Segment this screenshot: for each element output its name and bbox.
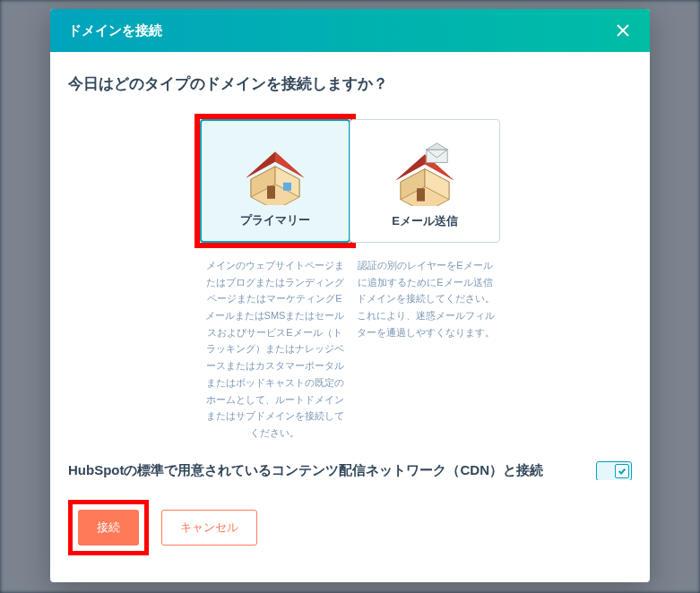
domain-type-cards: プライマリー メインのウェブサイトページまたはブログまたはランディングページまた… [68,114,632,442]
cdn-title: HubSpotの標準で用意されているコンテンツ配信ネットワーク（CDN）と接続 [68,462,543,479]
check-icon [615,464,629,478]
card-email-desc: 認証の別のレイヤーをEメールに追加するためにEメール送信ドメインを接続してくださ… [350,248,501,340]
svg-rect-9 [283,183,291,191]
highlight-connect-button: 接続 [68,500,149,555]
card-email-label: Eメール送信 [392,213,458,229]
close-icon[interactable] [614,21,632,39]
svg-marker-17 [427,143,447,150]
cdn-row: HubSpotの標準で用意されているコンテンツ配信ネットワーク（CDN）と接続 [68,461,632,480]
card-column-primary: プライマリー メインのウェブサイトページまたはブログまたはランディングページまた… [200,114,350,442]
domain-type-question: 今日はどのタイプのドメインを接続しますか？ [68,73,632,94]
card-email-sending[interactable]: Eメール送信 [350,119,500,243]
card-primary-label: プライマリー [240,212,310,228]
connect-domain-modal: ドメインを接続 今日はどのタイプのドメインを接続しますか？ [50,9,650,582]
svg-rect-8 [267,185,275,198]
card-primary[interactable]: プライマリー [200,119,350,243]
modal-footer: 接続 キャンセル [50,480,650,582]
house-icon [235,141,315,205]
modal-header: ドメインを接続 [50,9,650,52]
highlight-primary-card: プライマリー [194,114,356,248]
svg-rect-18 [417,188,425,201]
card-column-email: Eメール送信 認証の別のレイヤーをEメールに追加するためにEメール送信ドメインを… [350,114,501,442]
connect-button[interactable]: 接続 [78,510,139,546]
modal-body: 今日はどのタイプのドメインを接続しますか？ [50,52,650,480]
cdn-section: HubSpotの標準で用意されているコンテンツ配信ネットワーク（CDN）と接続 … [68,449,632,480]
button-row: 接続 キャンセル [68,500,632,555]
card-primary-desc: メインのウェブサイトページまたはブログまたはランディングページまたはマーケティン… [200,248,350,442]
cancel-button[interactable]: キャンセル [161,510,257,546]
modal-title: ドメインを接続 [68,22,162,39]
cdn-toggle[interactable] [596,461,632,480]
house-mail-icon [385,142,465,206]
